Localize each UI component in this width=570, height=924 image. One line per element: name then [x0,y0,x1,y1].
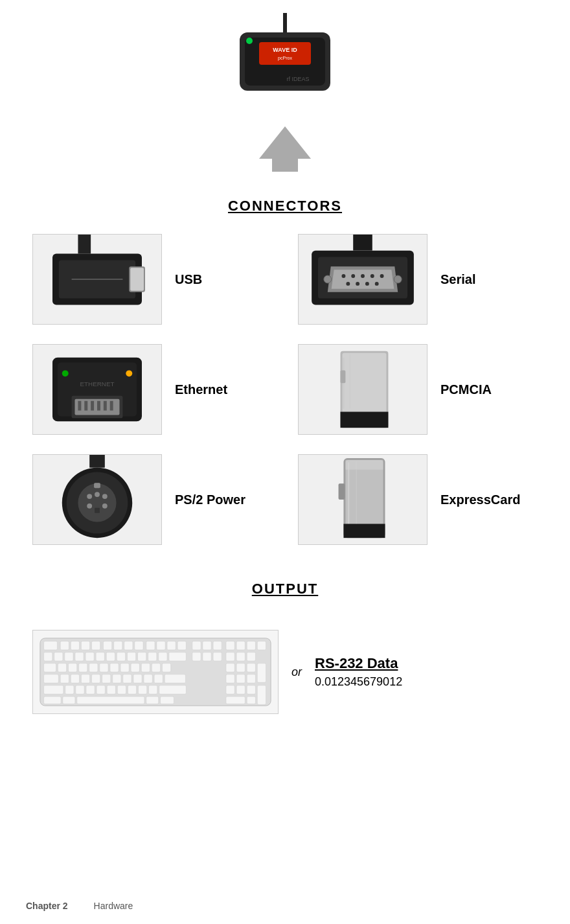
svg-rect-121 [76,686,84,694]
svg-rect-107 [44,675,59,683]
svg-rect-138 [226,641,234,650]
svg-rect-126 [128,686,136,694]
svg-rect-103 [131,664,139,672]
connector-item-serial: Serial [298,234,538,325]
svg-rect-129 [159,686,187,694]
svg-rect-35 [78,401,81,411]
svg-rect-136 [203,641,211,650]
svg-rect-150 [247,664,255,672]
svg-point-55 [95,492,100,497]
svg-rect-117 [154,675,163,683]
page-footer: Chapter 2 Hardware [0,901,570,911]
svg-rect-131 [63,697,75,704]
svg-point-26 [356,282,359,286]
svg-rect-144 [213,653,222,661]
svg-rect-130 [44,697,62,704]
svg-rect-69 [44,641,58,650]
svg-rect-95 [44,664,56,672]
svg-rect-74 [103,641,111,650]
connector-item-pcmcia: PCMCIA [298,344,538,435]
connector-item-usb: USB [32,234,272,325]
svg-point-54 [87,494,92,499]
svg-point-53 [78,483,116,522]
svg-rect-116 [144,675,152,683]
svg-rect-78 [146,641,155,650]
output-or-text: or [291,665,302,679]
rs232-data: 0.012345679012 [315,675,402,689]
svg-marker-19 [332,270,394,289]
svg-point-20 [341,274,345,278]
svg-rect-106 [162,664,170,672]
svg-rect-125 [117,686,126,694]
svg-rect-100 [100,664,108,672]
svg-rect-88 [106,653,115,661]
svg-rect-67 [345,460,383,470]
svg-rect-118 [165,675,185,683]
svg-rect-159 [226,697,245,704]
ethernet-image: ETHERNET [32,344,162,435]
svg-rect-160 [247,697,255,704]
svg-rect-132 [77,697,144,704]
svg-point-24 [380,274,384,278]
svg-rect-83 [54,653,63,661]
svg-rect-127 [138,686,146,694]
svg-rect-119 [44,686,63,694]
footer-chapter: Chapter 2 [26,901,68,911]
svg-rect-102 [120,664,129,672]
svg-rect-101 [110,664,119,672]
svg-rect-90 [127,653,135,661]
svg-rect-115 [133,675,142,683]
footer-section: Hardware [94,901,133,911]
svg-rect-97 [68,664,76,672]
svg-rect-123 [97,686,105,694]
connector-item-ethernet: ETHERNET Ethernet [32,344,272,435]
connector-item-ps2: PS/2 Power [32,454,272,545]
svg-point-28 [375,282,379,286]
svg-rect-149 [236,664,245,672]
svg-rect-39 [104,401,107,411]
svg-rect-40 [110,401,113,411]
svg-rect-81 [177,641,186,650]
svg-rect-36 [84,401,87,411]
svg-rect-9 [78,235,91,254]
svg-rect-122 [86,686,95,694]
svg-rect-139 [236,641,245,650]
output-rs232: RS-232 Data 0.012345679012 [315,655,402,689]
svg-rect-75 [114,641,122,650]
svg-text:WAVE ID: WAVE ID [273,47,297,53]
svg-rect-71 [71,641,79,650]
svg-rect-79 [157,641,165,650]
usb-image [32,234,162,325]
svg-rect-66 [339,483,345,500]
svg-rect-60 [94,483,100,488]
svg-rect-114 [123,675,131,683]
svg-rect-99 [89,664,98,672]
serial-label: Serial [440,272,475,287]
svg-rect-133 [146,697,159,704]
svg-rect-110 [81,675,89,683]
svg-rect-73 [91,641,100,650]
svg-point-29 [324,275,332,283]
svg-rect-148 [226,664,234,672]
svg-rect-77 [135,641,143,650]
svg-point-41 [62,370,69,376]
svg-marker-8 [259,126,311,172]
svg-rect-46 [341,412,389,428]
svg-point-3 [246,38,253,44]
svg-rect-154 [247,675,255,683]
svg-rect-157 [247,686,255,694]
svg-rect-135 [192,641,201,650]
svg-rect-120 [65,686,74,694]
arrow-up-indicator [256,123,314,175]
expresscard-image [298,454,428,545]
svg-rect-134 [161,697,174,704]
ethernet-label: Ethernet [175,382,227,397]
connectors-heading: CONNECTORS [228,198,342,214]
svg-rect-50 [89,455,105,468]
svg-rect-86 [86,653,94,661]
svg-rect-92 [148,653,157,661]
svg-rect-156 [236,686,245,694]
svg-point-27 [365,282,369,286]
svg-rect-158 [257,686,266,704]
svg-text:rf IDEAS: rf IDEAS [286,76,309,82]
